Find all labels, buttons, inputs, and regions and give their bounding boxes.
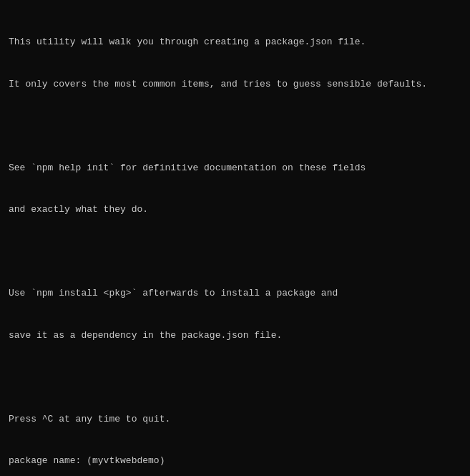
terminal-line: and exactly what they do. (9, 203, 461, 217)
terminal-line: This utility will walk you through creat… (9, 35, 461, 49)
empty-line (9, 119, 461, 133)
empty-line (9, 370, 461, 384)
terminal-line: Press ^C at any time to quit. (9, 412, 461, 427)
terminal-line: It only covers the most common items, an… (9, 77, 461, 92)
terminal-line: See `npm help init` for definitive docum… (9, 161, 461, 175)
terminal-line: save it as a dependency in the package.j… (9, 329, 461, 343)
terminal-line: Use `npm install <pkg>` afterwards to in… (9, 286, 461, 301)
terminal-line: package name: (myvtkwebdemo) (9, 454, 461, 468)
terminal-output: This utility will walk you through creat… (9, 7, 461, 476)
empty-line (9, 245, 461, 259)
